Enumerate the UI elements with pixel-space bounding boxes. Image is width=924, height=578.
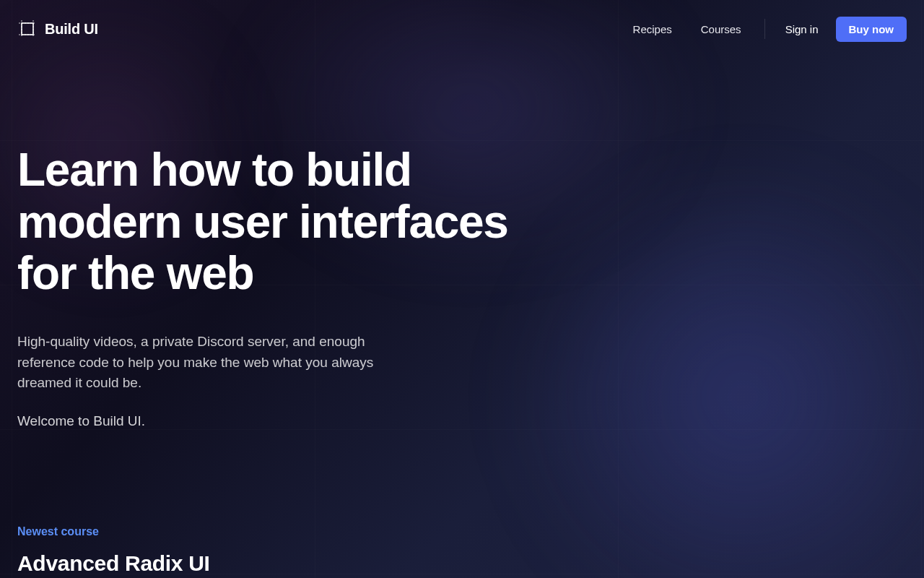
- newest-course-title: Advanced Radix UI: [17, 551, 907, 576]
- hero-welcome: Welcome to Build UI.: [17, 411, 575, 432]
- sign-in-link[interactable]: Sign in: [785, 23, 819, 35]
- nav-links: Recipes Courses: [633, 23, 764, 35]
- logo[interactable]: Build UI: [17, 19, 98, 39]
- buy-now-button[interactable]: Buy now: [836, 17, 907, 42]
- hero-subtitle: High-quality videos, a private Discord s…: [17, 332, 422, 394]
- nav-link-recipes[interactable]: Recipes: [633, 23, 672, 35]
- logo-icon: [17, 19, 38, 39]
- nav-divider: [764, 19, 765, 39]
- hero-section: Learn how to build modern user interface…: [0, 58, 592, 431]
- logo-text: Build UI: [45, 21, 98, 38]
- newest-course-section: Newest course Advanced Radix UI Build ri…: [0, 431, 924, 578]
- hero-title: Learn how to build modern user interface…: [17, 144, 575, 300]
- header: Build UI Recipes Courses Sign in Buy now: [0, 0, 924, 58]
- newest-course-label: Newest course: [17, 525, 907, 538]
- nav-link-courses[interactable]: Courses: [701, 23, 741, 35]
- nav-right: Recipes Courses Sign in Buy now: [633, 17, 907, 42]
- svg-rect-0: [22, 23, 33, 35]
